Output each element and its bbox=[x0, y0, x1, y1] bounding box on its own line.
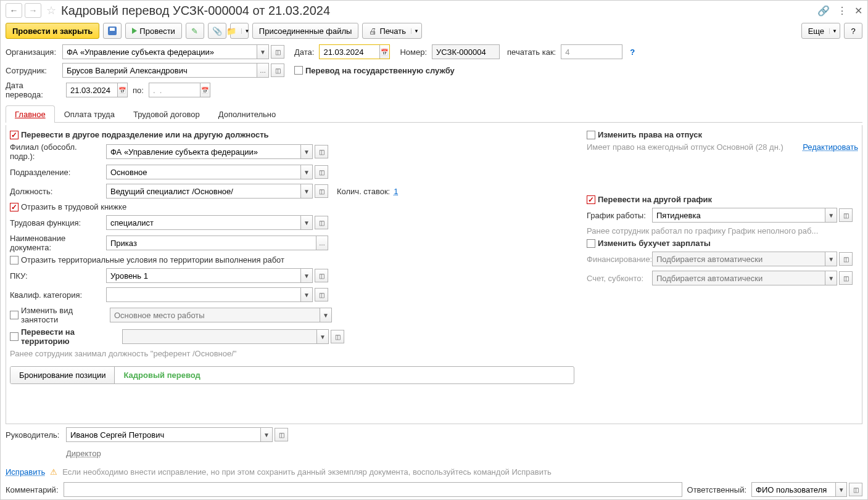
booking-toggle[interactable]: Бронирование позиции bbox=[10, 367, 115, 383]
transfer-toggle[interactable]: Кадровый перевод bbox=[115, 367, 209, 383]
responsible-dropdown[interactable]: ▼ bbox=[835, 483, 846, 496]
tab-main[interactable]: Главное bbox=[6, 105, 55, 123]
function-dropdown[interactable]: ▼ bbox=[300, 216, 312, 229]
to-picker[interactable]: 📅 bbox=[200, 83, 210, 97]
qual-input[interactable] bbox=[107, 288, 300, 301]
rates-link[interactable]: 1 bbox=[394, 187, 398, 196]
schedule-check[interactable]: Перевести на другой график bbox=[587, 195, 858, 204]
tab-extra[interactable]: Дополнительно bbox=[209, 105, 286, 123]
printas-input[interactable] bbox=[561, 45, 622, 59]
docname-more[interactable]: … bbox=[316, 236, 328, 250]
reflect-check[interactable]: Отразить в трудовой книжке bbox=[10, 202, 574, 211]
warning-icon: ⚠ bbox=[50, 467, 57, 477]
comment-input[interactable] bbox=[64, 483, 682, 496]
date-label: Дата: bbox=[294, 47, 314, 57]
dept-open[interactable]: ◫ bbox=[315, 165, 328, 179]
forward-button[interactable] bbox=[25, 3, 41, 18]
position-input[interactable] bbox=[107, 184, 300, 198]
prev-position-note: Ранее сотрудник занимал должность "рефер… bbox=[10, 349, 574, 358]
territory-cond-check[interactable]: Отразить территориальные условия по терр… bbox=[10, 255, 574, 264]
docname-input[interactable] bbox=[107, 236, 316, 250]
org-open[interactable]: ◫ bbox=[271, 45, 284, 59]
qual-open[interactable]: ◫ bbox=[315, 288, 328, 301]
financing-label: Финансирование: bbox=[587, 255, 648, 264]
printas-label: печатать как: bbox=[507, 47, 556, 57]
manager-dropdown[interactable]: ▼ bbox=[260, 428, 272, 441]
branch-input[interactable] bbox=[107, 145, 300, 158]
schedule-open[interactable]: ◫ bbox=[839, 208, 853, 222]
attachments-button[interactable]: Присоединенные файлы bbox=[252, 23, 359, 39]
save-button[interactable] bbox=[103, 23, 122, 39]
transferdate-input[interactable] bbox=[67, 83, 117, 97]
comment-label: Комментарий: bbox=[6, 485, 59, 494]
org-input[interactable] bbox=[63, 45, 257, 59]
financing-input bbox=[653, 252, 825, 266]
pku-label: ПКУ: bbox=[10, 271, 102, 281]
kebab-icon[interactable]: ⋮ bbox=[837, 5, 847, 17]
employee-input[interactable] bbox=[63, 64, 257, 77]
play-icon bbox=[132, 28, 137, 34]
branch-dropdown[interactable]: ▼ bbox=[300, 145, 312, 158]
number-label: Номер: bbox=[400, 47, 427, 57]
financing-dropdown: ▼ bbox=[825, 252, 837, 266]
close-icon[interactable]: ✕ bbox=[854, 5, 862, 17]
employee-open[interactable]: ◫ bbox=[271, 64, 284, 77]
conduct-button[interactable]: Провести bbox=[125, 23, 182, 39]
branch-open[interactable]: ◫ bbox=[315, 145, 328, 158]
gov-service-check[interactable]: Перевод на государственную службу bbox=[294, 66, 455, 75]
manager-open[interactable]: ◫ bbox=[275, 428, 288, 441]
edit-button[interactable]: ✎ bbox=[186, 23, 204, 39]
date-input[interactable] bbox=[320, 45, 379, 59]
fix-link[interactable]: Исправить bbox=[6, 467, 45, 477]
territory-open: ◫ bbox=[331, 330, 344, 343]
date-picker[interactable]: 📅 bbox=[379, 45, 390, 59]
transferdate-label: Дата перевода: bbox=[6, 81, 61, 99]
schedule-input[interactable] bbox=[653, 208, 825, 222]
position-dropdown[interactable]: ▼ bbox=[300, 184, 312, 198]
accounting-check[interactable]: Изменить бухучет зарплаты bbox=[587, 239, 858, 248]
position-label: Должность: bbox=[10, 187, 102, 196]
financing-open: ◫ bbox=[839, 252, 853, 266]
transfer-dept-check[interactable]: Перевести в другое подразделение или на … bbox=[10, 130, 574, 139]
print-icon: 🖨 bbox=[369, 27, 377, 36]
function-open[interactable]: ◫ bbox=[315, 216, 328, 229]
attach-button[interactable]: 📎 bbox=[208, 23, 226, 39]
transfer-terr-check[interactable]: Перевести на территорию bbox=[10, 327, 118, 346]
print-button[interactable]: 🖨Печать bbox=[362, 23, 422, 39]
dept-input[interactable] bbox=[107, 165, 300, 179]
folder-button[interactable]: 📁 bbox=[230, 23, 249, 39]
function-input[interactable] bbox=[107, 216, 300, 229]
pku-dropdown[interactable]: ▼ bbox=[300, 269, 312, 282]
to-label: по: bbox=[133, 86, 144, 95]
favorite-icon[interactable]: ☆ bbox=[46, 4, 56, 17]
conduct-close-button[interactable]: Провести и закрыть bbox=[6, 23, 99, 39]
to-input[interactable] bbox=[149, 83, 200, 97]
schedule-label: График работы: bbox=[587, 211, 648, 220]
tab-payment[interactable]: Оплата труда bbox=[55, 105, 124, 123]
employee-more[interactable]: … bbox=[257, 64, 268, 77]
help-button[interactable]: ? bbox=[844, 23, 862, 39]
back-button[interactable] bbox=[6, 3, 22, 18]
manager-position-link[interactable]: Директор bbox=[66, 449, 101, 458]
org-dropdown[interactable]: ▼ bbox=[257, 45, 268, 59]
employment-check[interactable]: Изменить вид занятости bbox=[10, 306, 106, 324]
more-button[interactable]: Еще bbox=[801, 23, 840, 39]
pku-input[interactable] bbox=[107, 269, 300, 282]
manager-input[interactable] bbox=[67, 428, 260, 441]
link-icon[interactable]: 🔗 bbox=[817, 5, 830, 17]
vacation-check[interactable]: Изменить права на отпуск bbox=[587, 130, 702, 139]
responsible-open[interactable]: ◫ bbox=[849, 483, 862, 496]
pku-open[interactable]: ◫ bbox=[315, 269, 328, 282]
qual-label: Квалиф. категория: bbox=[10, 290, 102, 300]
responsible-input[interactable] bbox=[752, 483, 835, 496]
dept-dropdown[interactable]: ▼ bbox=[300, 165, 312, 179]
edit-vacation-link[interactable]: Редактировать bbox=[803, 142, 858, 152]
qual-dropdown[interactable]: ▼ bbox=[300, 288, 312, 301]
responsible-label: Ответственный: bbox=[687, 485, 746, 494]
fix-note: Если необходимо внести исправление, но п… bbox=[62, 467, 551, 477]
schedule-dropdown[interactable]: ▼ bbox=[825, 208, 837, 222]
position-open[interactable]: ◫ bbox=[315, 184, 328, 198]
tab-contract[interactable]: Трудовой договор bbox=[124, 105, 209, 123]
help-icon[interactable]: ? bbox=[630, 47, 635, 57]
transferdate-picker[interactable]: 📅 bbox=[117, 83, 127, 97]
